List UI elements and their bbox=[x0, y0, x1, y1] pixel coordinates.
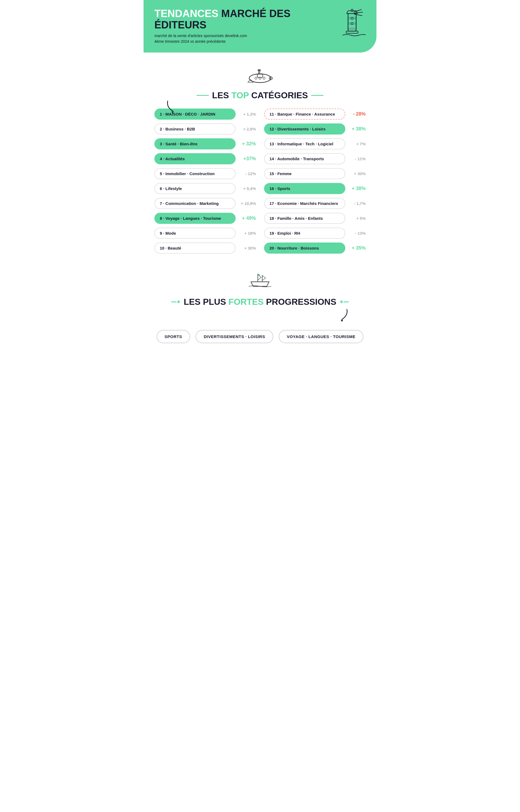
plus-prog-label: PLUS bbox=[203, 297, 226, 307]
cat-item-left-8: 8 · Voyage · Langues · Tourisme + 49% bbox=[154, 213, 256, 224]
arrow-decoration-left bbox=[165, 99, 180, 114]
cat-pill-15: 15 · Femme bbox=[264, 168, 345, 179]
cat-item-right-13: 13 · Informatique · Tech · Logiciel + 7% bbox=[264, 138, 366, 149]
cat-item-right-12: 12 · Divertissements · Loisirs + 38% bbox=[264, 123, 366, 135]
header-title-bold: TENDANCES bbox=[154, 8, 218, 19]
submarine-icon bbox=[244, 69, 276, 85]
cat-percent-12: + 38% bbox=[348, 126, 366, 132]
cat-item-left-10: 10 · Beauté + 30% bbox=[154, 243, 256, 254]
cat-pill-14: 14 · Automobile · Transports bbox=[264, 153, 345, 164]
cat-percent-7: + 10,9% bbox=[238, 201, 256, 206]
cat-percent-16: + 38% bbox=[348, 186, 366, 191]
ship-icon bbox=[246, 270, 274, 291]
fortes-label: FORTES bbox=[226, 297, 264, 307]
cat-percent-6: + 9,4% bbox=[238, 186, 256, 191]
cat-percent-2: + 2,8% bbox=[238, 127, 256, 131]
svg-line-1 bbox=[354, 12, 363, 13]
cat-pill-12: 12 · Divertissements · Loisirs bbox=[264, 123, 345, 135]
header: TENDANCES MARCHÉ DES ÉDITEURS marché de … bbox=[144, 0, 376, 53]
cat-pill-20: 20 · Nourriture · Boissons bbox=[264, 243, 345, 254]
cat-pill-7: 7 · Communication · Marketing bbox=[154, 198, 236, 209]
cat-item-left-3: 3 · Santé · Bien-être + 32% bbox=[154, 138, 256, 149]
cat-pill-10: 10 · Beauté bbox=[154, 243, 236, 254]
progressions-label: PROGRESSIONS bbox=[263, 297, 336, 307]
cat-pill-11: 11 · Banque · Finance · Assurance bbox=[264, 109, 345, 120]
cat-item-left-7: 7 · Communication · Marketing + 10,9% bbox=[154, 198, 256, 209]
cat-percent-1: + 1,3% bbox=[238, 112, 256, 116]
cat-percent-20: + 35% bbox=[348, 245, 366, 251]
subtitle-line2: 4ème trimestre 2024 vs année précédente bbox=[154, 39, 226, 44]
top-label: TOP bbox=[231, 90, 249, 100]
header-subtitle: marché de la vente d'articles sponsorisé… bbox=[154, 33, 339, 45]
svg-marker-25 bbox=[341, 320, 343, 321]
cat-percent-17: - 1,7% bbox=[348, 201, 366, 206]
cat-percent-4: +37% bbox=[238, 156, 256, 162]
cat-item-right-16: 16 · Sports + 38% bbox=[264, 183, 366, 194]
cat-percent-14: - 11% bbox=[348, 157, 366, 161]
svg-rect-6 bbox=[348, 28, 356, 30]
cat-item-right-15: 15 · Femme + 30% bbox=[264, 168, 366, 179]
cat-percent-15: + 30% bbox=[348, 171, 366, 176]
arrow-decoration-right bbox=[154, 307, 349, 322]
cat-item-right-11: 11 · Banque · Finance · Assurance - 28% bbox=[264, 109, 366, 120]
top-pill-1: DIVERTISSEMENTS · LOISIRS bbox=[196, 330, 273, 343]
progressions-title: LES PLUS FORTES PROGRESSIONS bbox=[154, 297, 366, 307]
cat-percent-10: + 30% bbox=[238, 246, 256, 250]
lighthouse-icon bbox=[339, 8, 366, 42]
svg-point-18 bbox=[263, 77, 265, 79]
cat-percent-5: - 12% bbox=[238, 171, 256, 176]
ship-section bbox=[144, 264, 376, 294]
cat-item-left-6: 6 · Lifestyle + 9,4% bbox=[154, 183, 256, 194]
top-pill-0: SPORTS bbox=[157, 330, 190, 343]
top-pill-2: VOYAGE · LANGUES · TOURISME bbox=[279, 330, 364, 343]
cat-item-left-4: 4 · Actualités +37% bbox=[154, 153, 256, 164]
top-pills-section: SPORTSDIVERTISSEMENTS · LOISIRSVOYAGE · … bbox=[144, 325, 376, 348]
svg-marker-22 bbox=[172, 111, 174, 113]
les-prog-label: LES bbox=[184, 297, 203, 307]
cat-item-left-9: 9 · Mode + 18% bbox=[154, 228, 256, 239]
cat-pill-6: 6 · Lifestyle bbox=[154, 183, 236, 194]
cat-percent-13: + 7% bbox=[348, 142, 366, 146]
cat-pill-5: 5 · Immobilier · Construction bbox=[154, 168, 236, 179]
cat-pill-16: 16 · Sports bbox=[264, 183, 345, 194]
cat-percent-3: + 32% bbox=[238, 141, 256, 147]
categories-grid: 1 · MAISON · DÉCO · JARDIN + 1,3% 11 · B… bbox=[144, 109, 376, 264]
svg-point-16 bbox=[255, 77, 257, 79]
cat-percent-8: + 49% bbox=[238, 216, 256, 221]
svg-rect-15 bbox=[257, 74, 263, 77]
cat-item-right-17: 17 · Economie · Marchés Financiers - 1,7… bbox=[264, 198, 366, 209]
categories-label: CATÉGORIES bbox=[249, 90, 308, 100]
cat-percent-11: - 28% bbox=[348, 111, 366, 117]
cat-pill-4: 4 · Actualités bbox=[154, 153, 236, 164]
les-label: LES bbox=[212, 90, 231, 100]
cat-item-right-20: 20 · Nourriture · Boissons + 35% bbox=[264, 243, 366, 254]
header-text: TENDANCES MARCHÉ DES ÉDITEURS marché de … bbox=[154, 8, 339, 45]
cat-pill-17: 17 · Economie · Marchés Financiers bbox=[264, 198, 345, 209]
lighthouse-svg bbox=[339, 8, 366, 40]
cat-percent-18: + 5% bbox=[348, 216, 366, 221]
svg-line-2 bbox=[354, 14, 362, 16]
cat-pill-2: 2 · Business · B2B bbox=[154, 123, 236, 135]
cat-item-left-2: 2 · Business · B2B + 2,8% bbox=[154, 123, 256, 135]
cat-pill-19: 19 · Emploi · RH bbox=[264, 228, 345, 239]
submarine-section bbox=[144, 63, 376, 88]
cat-pill-3: 3 · Santé · Bien-être bbox=[154, 138, 236, 149]
cat-pill-13: 13 · Informatique · Tech · Logiciel bbox=[264, 138, 345, 149]
cat-pill-9: 9 · Mode bbox=[154, 228, 236, 239]
subtitle-line1: marché de la vente d'articles sponsorisé… bbox=[154, 33, 247, 38]
cat-percent-19: - 13% bbox=[348, 231, 366, 235]
cat-item-right-18: 18 · Famille · Amis · Enfants + 5% bbox=[264, 213, 366, 224]
header-title: TENDANCES MARCHÉ DES ÉDITEURS bbox=[154, 8, 339, 31]
cat-item-left-5: 5 · Immobilier · Construction - 12% bbox=[154, 168, 256, 179]
top-categories-title: LES TOP CATÉGORIES bbox=[154, 90, 366, 101]
cat-item-right-19: 19 · Emploi · RH - 13% bbox=[264, 228, 366, 239]
cat-pill-8: 8 · Voyage · Langues · Tourisme bbox=[154, 213, 236, 224]
cat-item-right-14: 14 · Automobile · Transports - 11% bbox=[264, 153, 366, 164]
cat-percent-9: + 18% bbox=[238, 231, 256, 235]
cat-pill-18: 18 · Famille · Amis · Enfants bbox=[264, 213, 345, 224]
